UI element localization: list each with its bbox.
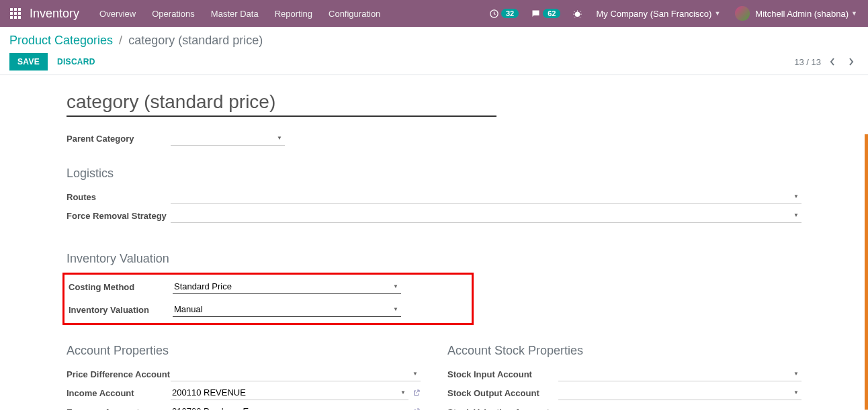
stock-output-field[interactable] — [558, 385, 801, 400]
company-name: My Company (San Francisco) — [596, 9, 711, 19]
inventory-valuation-label: Inventory Valuation — [69, 305, 173, 315]
account-columns: Account Properties Price Difference Acco… — [67, 344, 801, 410]
stock-output-label: Stock Output Account — [447, 388, 558, 398]
chat-badge: 62 — [543, 9, 560, 18]
svg-rect-6 — [10, 16, 13, 19]
removal-strategy-field[interactable] — [171, 208, 801, 223]
form-sheet-wrap: Parent Category ▼ Logistics Routes ▼ For… — [0, 75, 868, 410]
price-diff-label: Price Difference Account — [67, 369, 171, 379]
stock-valuation-field[interactable] — [558, 404, 801, 410]
pager-next[interactable] — [844, 54, 859, 69]
chevron-down-icon: ▼ — [851, 10, 857, 17]
logistics-heading: Logistics — [67, 167, 801, 181]
save-button[interactable]: SAVE — [9, 53, 48, 71]
valuation-highlight: Costing Method ▼ Inventory Valuation ▼ — [62, 273, 474, 325]
costing-method-field[interactable] — [173, 279, 401, 294]
costing-method-label: Costing Method — [69, 282, 173, 292]
scroll-indicator — [865, 134, 868, 410]
svg-rect-0 — [10, 8, 13, 11]
account-props-heading: Account Properties — [67, 344, 421, 358]
svg-rect-2 — [18, 8, 21, 11]
valuation-heading: Inventory Valuation — [67, 252, 801, 266]
external-link-icon[interactable] — [413, 408, 421, 410]
svg-point-10 — [575, 11, 580, 17]
parent-category-field[interactable] — [171, 131, 285, 146]
breadcrumb: Product Categories / category (standard … — [9, 34, 859, 48]
category-name-input[interactable] — [67, 89, 496, 117]
parent-category-label: Parent Category — [67, 134, 171, 144]
routes-label: Routes — [67, 192, 171, 202]
expense-account-field[interactable] — [171, 404, 408, 410]
action-row: SAVE DISCARD 13 / 13 — [9, 48, 859, 71]
discard-button[interactable]: DISCARD — [48, 53, 105, 71]
expense-account-label: Expense Account — [67, 407, 171, 410]
chat-indicator[interactable]: 62 — [527, 6, 564, 21]
avatar — [735, 6, 750, 21]
external-link-icon[interactable] — [413, 389, 421, 397]
svg-rect-7 — [14, 16, 17, 19]
stock-input-label: Stock Input Account — [447, 369, 558, 379]
user-name: Mitchell Admin (shabna) — [755, 9, 849, 19]
menu-configuration[interactable]: Configuration — [322, 2, 387, 26]
pager-prev[interactable] — [825, 54, 840, 69]
income-account-field[interactable] — [171, 385, 408, 400]
user-menu[interactable]: Mitchell Admin (shabna) ▼ — [730, 6, 863, 21]
inventory-valuation-field[interactable] — [173, 302, 401, 317]
svg-rect-1 — [14, 8, 17, 11]
routes-field[interactable] — [171, 189, 801, 204]
svg-rect-8 — [18, 16, 21, 19]
main-menu: Overview Operations Master Data Reportin… — [93, 2, 387, 26]
activity-indicator[interactable]: 32 — [485, 6, 523, 21]
chevron-down-icon: ▼ — [714, 10, 720, 17]
main-header: Inventory Overview Operations Master Dat… — [0, 0, 868, 27]
control-panel: Product Categories / category (standard … — [0, 27, 868, 75]
removal-strategy-label: Force Removal Strategy — [67, 211, 171, 221]
svg-rect-5 — [18, 12, 21, 15]
svg-rect-3 — [10, 12, 13, 15]
breadcrumb-separator: / — [116, 34, 125, 47]
price-diff-field[interactable] — [171, 367, 421, 381]
stock-valuation-label: Stock Valuation Account — [447, 407, 558, 410]
stock-input-field[interactable] — [558, 367, 801, 381]
stock-properties-col: Account Stock Properties Stock Input Acc… — [447, 344, 801, 410]
account-properties-col: Account Properties Price Difference Acco… — [67, 344, 421, 410]
apps-icon[interactable] — [5, 8, 26, 19]
menu-master-data[interactable]: Master Data — [204, 2, 265, 26]
app-title[interactable]: Inventory — [26, 7, 93, 21]
breadcrumb-root[interactable]: Product Categories — [9, 34, 113, 47]
income-account-label: Income Account — [67, 388, 171, 398]
activity-badge: 32 — [501, 9, 519, 18]
header-right: 32 62 My Company (San Francisco) ▼ Mitch… — [485, 6, 863, 21]
company-selector[interactable]: My Company (San Francisco) ▼ — [591, 9, 726, 19]
form-sheet: Parent Category ▼ Logistics Routes ▼ For… — [54, 75, 814, 410]
debug-icon[interactable] — [568, 9, 587, 19]
stock-props-heading: Account Stock Properties — [447, 344, 801, 358]
menu-reporting[interactable]: Reporting — [268, 2, 319, 26]
menu-operations[interactable]: Operations — [145, 2, 202, 26]
svg-rect-4 — [14, 12, 17, 15]
breadcrumb-current: category (standard price) — [128, 34, 263, 47]
pager: 13 / 13 — [794, 54, 859, 69]
pager-text: 13 / 13 — [794, 57, 821, 67]
menu-overview[interactable]: Overview — [93, 2, 142, 26]
